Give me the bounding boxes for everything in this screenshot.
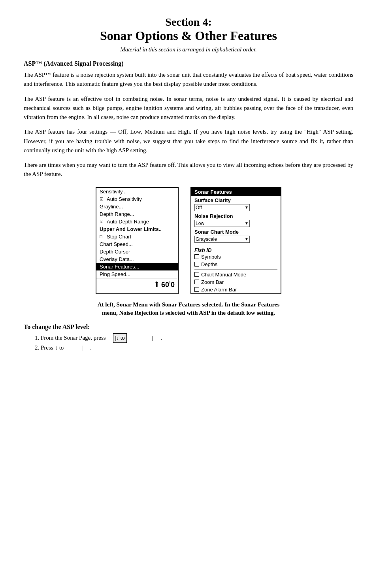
chart-manual-mode-row[interactable]: Chart Manual Mode bbox=[191, 271, 281, 278]
unchecked-icon: □ bbox=[100, 234, 105, 239]
zone-alarm-bar-checkbox[interactable] bbox=[194, 287, 199, 292]
sonar-chart-mode-dropdown[interactable]: Grayscale ▼ bbox=[194, 236, 250, 243]
menu-item-auto-depth[interactable]: ☑ Auto Depth Range bbox=[96, 218, 178, 225]
surface-clarity-label: Surface Clarity bbox=[191, 196, 281, 204]
depths-row[interactable]: Depths bbox=[191, 261, 281, 268]
menu-item-ping-speed[interactable]: Ping Speed... bbox=[96, 270, 178, 278]
surface-clarity-dropdown[interactable]: Off ▼ bbox=[194, 204, 250, 211]
diagram-row: Sensitivity... ☑ Auto Sensitivity Grayli… bbox=[24, 187, 353, 294]
divider-2 bbox=[194, 269, 277, 270]
divider-1 bbox=[194, 245, 277, 245]
chevron-down-icon: ▼ bbox=[245, 205, 249, 210]
menu-item-depth-range[interactable]: Depth Range... bbox=[96, 210, 178, 218]
chart-manual-mode-label: Chart Manual Mode bbox=[201, 272, 246, 278]
sonar-chart-mode-dropdown-row[interactable]: Grayscale ▼ bbox=[191, 235, 281, 244]
menu-item-chart-speed[interactable]: Chart Speed... bbox=[96, 240, 178, 248]
symbols-checkbox[interactable] bbox=[194, 254, 199, 259]
steps-list: 1. From the Sonar Page, press |↓ to | . … bbox=[24, 333, 353, 353]
depth-readout: 60!0 bbox=[161, 280, 175, 289]
asp-para-4: There are times when you may want to tur… bbox=[24, 161, 353, 179]
symbols-label: Symbols bbox=[201, 254, 221, 260]
zoom-bar-checkbox[interactable] bbox=[194, 280, 199, 284]
chevron-down-icon-3: ▼ bbox=[245, 237, 249, 241]
menu-item-sonar-features[interactable]: Sonar Features... bbox=[96, 263, 178, 270]
section-label: Section 4: bbox=[24, 16, 353, 28]
menu-item-auto-sensitivity[interactable]: ☑ Auto Sensitivity bbox=[96, 195, 178, 203]
menu-item-stop-chart[interactable]: □ Stop Chart bbox=[96, 233, 178, 240]
menu-item-overlay-data[interactable]: Overlay Data... bbox=[96, 255, 178, 263]
step-1: 1. From the Sonar Page, press |↓ to | . bbox=[24, 333, 353, 343]
checked-icon: ☑ bbox=[100, 197, 105, 202]
surface-clarity-dropdown-row[interactable]: Off ▼ bbox=[191, 204, 281, 212]
step-2: 2. Press ↓ to | . bbox=[24, 343, 353, 353]
page-title: Section 4: Sonar Options & Other Feature… bbox=[24, 16, 353, 43]
zone-alarm-bar-row[interactable]: Zone Alarm Bar bbox=[191, 286, 281, 293]
left-menu: Sensitivity... ☑ Auto Sensitivity Grayli… bbox=[96, 187, 179, 294]
zone-alarm-bar-label: Zone Alarm Bar bbox=[201, 287, 237, 293]
noise-rejection-label: Noise Rejection bbox=[191, 212, 281, 219]
menu-item-sensitivity[interactable]: Sensitivity... bbox=[96, 188, 178, 195]
depths-label: Depths bbox=[201, 261, 217, 267]
chevron-down-icon-2: ▼ bbox=[245, 221, 249, 225]
chart-manual-mode-checkbox[interactable] bbox=[194, 272, 199, 277]
change-asp-heading: To change the ASP level: bbox=[24, 323, 353, 331]
section-title: Sonar Options & Other Features bbox=[24, 28, 353, 43]
subtitle: Material in this section is arranged in … bbox=[24, 46, 353, 53]
right-menu: Sonar Features Surface Clarity Off ▼ Noi… bbox=[190, 187, 281, 294]
checked-icon-2: ☑ bbox=[100, 219, 105, 224]
menu-bottom-bar: ⬆ 60!0 bbox=[96, 278, 178, 291]
menu-item-grayline[interactable]: Grayline... bbox=[96, 203, 178, 210]
menu-item-upper-lower[interactable]: Upper And Lower Limits.. bbox=[96, 225, 178, 233]
sonar-features-header: Sonar Features bbox=[191, 188, 281, 196]
asp-para-2: The ASP feature is an effective tool in … bbox=[24, 95, 353, 122]
asp-para-3: The ASP feature has four settings — Off,… bbox=[24, 127, 353, 155]
noise-rejection-dropdown[interactable]: Low ▼ bbox=[194, 220, 250, 227]
depths-checkbox[interactable] bbox=[194, 262, 199, 267]
sonar-chart-mode-label: Sonar Chart Mode bbox=[191, 228, 281, 235]
menu-item-depth-cursor[interactable]: Depth Cursor bbox=[96, 248, 178, 255]
fish-id-label: Fish ID bbox=[191, 246, 281, 253]
arrow-icon: ⬆ bbox=[154, 280, 160, 289]
zoom-bar-row[interactable]: Zoom Bar bbox=[191, 278, 281, 286]
asp-para-1: The ASP™ feature is a noise rejection sy… bbox=[24, 70, 353, 89]
diagram-caption: At left, Sonar Menu with Sonar Features … bbox=[24, 301, 353, 317]
key-down-arrow: |↓ to bbox=[113, 333, 126, 343]
zoom-bar-label: Zoom Bar bbox=[201, 279, 224, 285]
symbols-row[interactable]: Symbols bbox=[191, 253, 281, 261]
asp-heading: ASP™ (Advanced Signal Processing) bbox=[24, 60, 353, 67]
noise-rejection-dropdown-row[interactable]: Low ▼ bbox=[191, 219, 281, 228]
